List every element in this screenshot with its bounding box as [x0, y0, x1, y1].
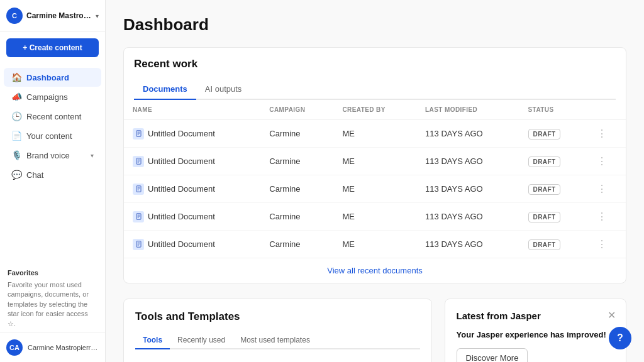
table-row[interactable]: Untitled Document Carmine ME 113 DAYS AG… — [124, 120, 626, 148]
chevron-down-icon: ▾ — [91, 152, 94, 159]
jasper-news-card: Latest from Jasper ✕ Your Jasper experie… — [445, 299, 626, 362]
cell-campaign: Carmine — [260, 120, 333, 148]
more-options-icon[interactable]: ⋮ — [597, 239, 607, 250]
document-icon — [133, 128, 144, 140]
sidebar-item-label: Dashboard — [26, 73, 69, 82]
table-row[interactable]: Untitled Document Carmine ME 113 DAYS AG… — [124, 148, 626, 175]
sidebar-item-dashboard[interactable]: 🏠 Dashboard — [4, 68, 101, 87]
sidebar-footer[interactable]: CA Carmine Mastropierro (M... — [0, 332, 105, 362]
sidebar-nav: 🏠 Dashboard 📣 Campaigns 🕒 Recent content… — [0, 63, 105, 263]
cell-actions: ⋮ — [588, 120, 626, 148]
avatar: C — [6, 8, 23, 24]
tools-tabs: Tools Recently used Most used templates — [135, 332, 420, 349]
col-created-by: CREATED BY — [333, 100, 416, 120]
more-options-icon[interactable]: ⋮ — [597, 156, 607, 167]
cell-status: DRAFT — [519, 203, 588, 231]
document-icon — [133, 156, 144, 167]
col-name: NAME — [124, 100, 260, 120]
sidebar-item-recent-content[interactable]: 🕒 Recent content — [4, 107, 101, 126]
recent-work-card: Recent work Documents AI outputs NAME CA… — [123, 47, 626, 283]
tab-recently-used[interactable]: Recently used — [170, 332, 233, 349]
document-icon — [133, 211, 144, 222]
bottom-row: Tools and Templates Tools Recently used … — [123, 299, 626, 362]
cell-status: DRAFT — [519, 120, 588, 148]
chevron-down-icon: ▾ — [96, 13, 99, 19]
brand-voice-icon: 🎙️ — [11, 150, 21, 160]
cell-created-by: ME — [333, 148, 416, 175]
col-last-modified: LAST MODIFIED — [416, 100, 519, 120]
help-button[interactable]: ? — [609, 327, 631, 349]
tab-ai-outputs[interactable]: AI outputs — [196, 79, 251, 100]
cell-status: DRAFT — [519, 175, 588, 203]
document-icon — [133, 184, 144, 195]
sidebar-item-brand-voice[interactable]: 🎙️ Brand voice ▾ — [4, 146, 101, 165]
user-name: Carmine Mastropie... — [26, 11, 92, 20]
cell-campaign: Carmine — [260, 231, 333, 258]
page-title: Dashboard — [123, 15, 626, 35]
cell-status: DRAFT — [519, 148, 588, 175]
sidebar-item-campaigns[interactable]: 📣 Campaigns — [4, 87, 101, 106]
sidebar-item-chat[interactable]: 💬 Chat — [4, 165, 101, 184]
tab-tools[interactable]: Tools — [135, 332, 170, 349]
sidebar-item-your-content[interactable]: 📄 Your content — [4, 126, 101, 145]
jasper-news-title: Latest from Jasper — [457, 310, 614, 321]
col-campaign: CAMPAIGN — [260, 100, 333, 120]
sidebar-item-label: Chat — [26, 170, 43, 180]
col-status: STATUS — [519, 100, 588, 120]
cell-actions: ⋮ — [588, 148, 626, 175]
chat-icon: 💬 — [11, 170, 21, 180]
campaigns-icon: 📣 — [11, 92, 21, 102]
dashboard-icon: 🏠 — [11, 72, 21, 82]
sidebar-item-label: Campaigns — [26, 92, 68, 102]
jasper-headline: Your Jasper experience has improved! — [457, 330, 614, 339]
documents-table: NAME CAMPAIGN CREATED BY LAST MODIFIED S… — [124, 100, 626, 258]
cell-campaign: Carmine — [260, 203, 333, 231]
favorites-title: Favorites — [8, 269, 97, 277]
cell-last-modified: 113 DAYS AGO — [416, 203, 519, 231]
view-all-link[interactable]: View all recent documents — [124, 258, 626, 283]
sidebar-item-label: Your content — [26, 131, 72, 141]
tools-section-title: Tools and Templates — [135, 310, 420, 323]
cell-created-by: ME — [333, 175, 416, 203]
status-badge: DRAFT — [528, 212, 561, 222]
main-content: Dashboard Recent work Documents AI outpu… — [106, 0, 644, 362]
create-content-button[interactable]: + Create content — [6, 38, 99, 57]
document-icon — [133, 239, 144, 250]
tools-list-item-chat[interactable]: Chat — [135, 358, 420, 362]
cell-campaign: Carmine — [260, 148, 333, 175]
cell-last-modified: 113 DAYS AGO — [416, 231, 519, 258]
cell-actions: ⋮ — [588, 175, 626, 203]
tools-templates-card: Tools and Templates Tools Recently used … — [123, 299, 432, 362]
tab-most-used-templates[interactable]: Most used templates — [233, 332, 318, 349]
footer-user-name: Carmine Mastropierro (M... — [28, 344, 99, 351]
footer-avatar: CA — [6, 339, 23, 356]
cell-last-modified: 113 DAYS AGO — [416, 175, 519, 203]
sidebar-item-label: Recent content — [26, 112, 81, 121]
recent-work-title: Recent work — [134, 58, 616, 70]
sidebar: C Carmine Mastropie... ▾ + Create conten… — [0, 0, 106, 362]
sidebar-item-label: Brand voice — [26, 151, 70, 160]
status-badge: DRAFT — [528, 184, 561, 195]
more-options-icon[interactable]: ⋮ — [597, 211, 607, 222]
cell-last-modified: 113 DAYS AGO — [416, 148, 519, 175]
favorites-section: Favorites Favorite your most used campai… — [0, 263, 105, 332]
cell-name: Untitled Document — [124, 148, 260, 175]
favorites-description: Favorite your most used campaigns, docum… — [8, 280, 97, 329]
cell-created-by: ME — [333, 203, 416, 231]
cell-created-by: ME — [333, 231, 416, 258]
table-row[interactable]: Untitled Document Carmine ME 113 DAYS AG… — [124, 203, 626, 231]
more-options-icon[interactable]: ⋮ — [597, 128, 607, 139]
user-menu[interactable]: C Carmine Mastropie... ▾ — [0, 0, 105, 32]
close-icon[interactable]: ✕ — [608, 309, 616, 321]
more-options-icon[interactable]: ⋮ — [597, 184, 607, 194]
col-actions — [588, 100, 626, 120]
tab-documents[interactable]: Documents — [134, 79, 196, 100]
cell-name: Untitled Document — [124, 231, 260, 258]
table-row[interactable]: Untitled Document Carmine ME 113 DAYS AG… — [124, 175, 626, 203]
cell-name: Untitled Document — [124, 203, 260, 231]
status-badge: DRAFT — [528, 239, 561, 250]
cell-campaign: Carmine — [260, 175, 333, 203]
table-row[interactable]: Untitled Document Carmine ME 113 DAYS AG… — [124, 231, 626, 258]
discover-more-button[interactable]: Discover More — [457, 348, 528, 362]
cell-status: DRAFT — [519, 231, 588, 258]
